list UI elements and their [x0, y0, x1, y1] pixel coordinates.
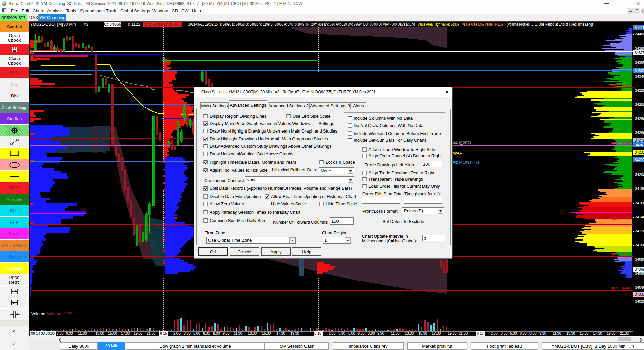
svg-text:13:30: 13:30: [566, 331, 575, 336]
svg-text:AL MONTH -1: AL MONTH -1: [453, 160, 480, 165]
svg-text:Volume: 1199: Volume: 1199: [47, 312, 73, 316]
svg-text:15:30: 15:30: [580, 331, 588, 336]
svg-text:9:30: 9:30: [377, 331, 384, 336]
svg-text:8:00: 8:00: [368, 331, 375, 336]
svg-text:2:00: 2:00: [491, 331, 497, 336]
svg-text:9:30: 9:30: [223, 331, 229, 336]
svg-text:13:30: 13:30: [248, 331, 257, 336]
svg-text:2:00: 2:00: [329, 331, 335, 336]
svg-text:15:00: 15:00: [108, 331, 117, 336]
svg-text:13:30: 13:30: [405, 331, 414, 336]
svg-text:3:30: 3:30: [184, 331, 190, 336]
svg-text:5:00: 5:00: [510, 331, 517, 336]
svg-text:11:30: 11:30: [553, 331, 561, 336]
svg-text:21:00: 21:00: [147, 331, 155, 336]
svg-text:9:30: 9:30: [539, 331, 546, 336]
svg-text:vp30 34243: vp30 34243: [611, 141, 631, 145]
svg-text:vp30 34041: vp30 34041: [611, 286, 631, 290]
svg-text:vp30 34326: vp30 34326: [611, 83, 631, 87]
svg-text:17:30: 17:30: [593, 331, 602, 336]
svg-text:6:30: 6:30: [520, 331, 526, 336]
svg-text:AL Month: AL Month: [453, 140, 471, 145]
svg-text:19:30: 19:30: [290, 331, 299, 336]
svg-text:13:00: 13:00: [95, 331, 104, 336]
svg-text:9:00: 9:00: [66, 331, 73, 336]
svg-text:19:30: 19:30: [607, 331, 615, 336]
svg-text:vp30 34089: vp30 34089: [611, 252, 631, 256]
svg-text:7:30: 7:30: [57, 331, 63, 336]
svg-text:11:30: 11:30: [234, 331, 242, 336]
svg-text:WAP: WAP: [453, 151, 462, 156]
svg-text:2:00: 2:00: [173, 331, 180, 336]
svg-text:15:30: 15:30: [262, 331, 271, 336]
svg-text:21:30: 21:30: [459, 331, 468, 336]
svg-text:5:00: 5:00: [348, 331, 355, 336]
svg-text:8:00: 8:00: [529, 331, 536, 336]
svg-text:6-16: 6-16: [314, 331, 321, 336]
svg-text:Volume: Volume: [31, 312, 45, 316]
svg-text:3:30: 3:30: [501, 331, 507, 336]
svg-text:19:00: 19:00: [134, 331, 142, 336]
svg-text:17:30: 17:30: [276, 331, 285, 336]
svg-text:06-14 03:30:00: 06-14 03:30:00: [31, 331, 55, 336]
svg-text:11:00: 11:00: [78, 331, 87, 336]
svg-text:8:00: 8:00: [213, 331, 220, 336]
svg-text:6:30: 6:30: [358, 331, 364, 336]
svg-text:15:30: 15:30: [418, 331, 427, 336]
svg-text:11:30: 11:30: [391, 331, 399, 336]
svg-text:6-15: 6-15: [160, 331, 167, 336]
svg-text:19:30: 19:30: [448, 331, 456, 336]
svg-text:5:00: 5:00: [193, 331, 200, 336]
svg-text:6-17: 6-17: [477, 331, 484, 336]
svg-text:3:30: 3:30: [338, 331, 345, 336]
svg-text:6:30: 6:30: [203, 331, 210, 336]
svg-text:17:00: 17:00: [121, 331, 130, 336]
svg-text:vp30 34134: vp30 34134: [611, 216, 632, 221]
svg-text:17:30: 17:30: [432, 331, 441, 336]
svg-text:21:30: 21:30: [620, 331, 629, 336]
